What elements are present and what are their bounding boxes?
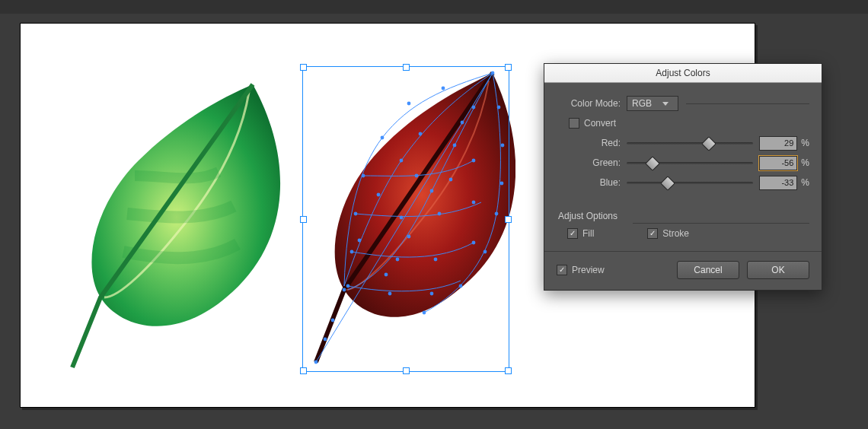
resize-handle-bl[interactable] bbox=[300, 367, 307, 374]
convert-checkbox[interactable] bbox=[569, 118, 579, 129]
stroke-checkbox[interactable] bbox=[647, 228, 658, 239]
blue-slider[interactable] bbox=[627, 176, 753, 189]
resize-handle-mr[interactable] bbox=[505, 216, 512, 223]
red-label: Red: bbox=[557, 138, 627, 148]
blue-label: Blue: bbox=[557, 177, 627, 188]
app-toolbar bbox=[0, 0, 868, 14]
resize-handle-tc[interactable] bbox=[403, 64, 410, 71]
chevron-down-icon bbox=[662, 102, 669, 106]
selection-bounding-box[interactable] bbox=[302, 66, 509, 372]
percent-sign: % bbox=[801, 157, 809, 168]
blue-value[interactable]: -33 bbox=[759, 176, 797, 190]
adjust-colors-dialog[interactable]: Adjust Colors Color Mode: RGB Convert Re… bbox=[544, 63, 822, 291]
divider bbox=[686, 103, 809, 104]
convert-label: Convert bbox=[584, 118, 616, 129]
green-label: Green: bbox=[557, 157, 627, 168]
cancel-button[interactable]: Cancel bbox=[677, 261, 739, 279]
green-value[interactable]: -56 bbox=[759, 156, 797, 170]
color-mode-value: RGB bbox=[632, 98, 652, 109]
color-mode-label: Color Mode: bbox=[557, 98, 627, 109]
divider bbox=[544, 251, 822, 252]
stroke-label: Stroke bbox=[662, 228, 689, 239]
fill-label: Fill bbox=[582, 228, 594, 239]
resize-handle-tr[interactable] bbox=[505, 64, 512, 71]
ok-button[interactable]: OK bbox=[747, 261, 809, 279]
resize-handle-ml[interactable] bbox=[300, 216, 307, 223]
green-slider[interactable] bbox=[627, 156, 753, 170]
color-mode-dropdown[interactable]: RGB bbox=[627, 96, 678, 111]
resize-handle-bc[interactable] bbox=[403, 367, 410, 374]
percent-sign: % bbox=[801, 138, 809, 148]
resize-handle-br[interactable] bbox=[505, 367, 512, 374]
percent-sign: % bbox=[801, 177, 809, 188]
red-slider[interactable] bbox=[627, 136, 753, 150]
red-value[interactable]: 29 bbox=[759, 136, 797, 151]
dialog-title[interactable]: Adjust Colors bbox=[544, 64, 822, 83]
preview-label: Preview bbox=[572, 265, 605, 275]
leaf-green bbox=[66, 69, 302, 376]
resize-handle-tl[interactable] bbox=[300, 64, 307, 71]
preview-checkbox[interactable] bbox=[557, 265, 567, 275]
fill-checkbox[interactable] bbox=[567, 228, 578, 239]
adjust-options-title: Adjust Options bbox=[558, 211, 809, 221]
